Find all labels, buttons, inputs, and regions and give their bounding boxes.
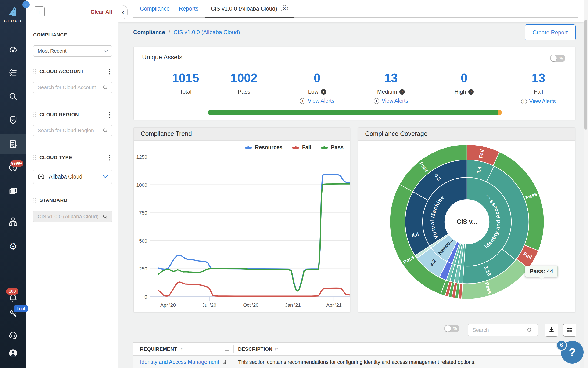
column-header-description[interactable]: DESCRIPTION ↓↑ — [238, 343, 278, 355]
legend-item-fail[interactable]: Fail — [291, 144, 312, 151]
filter-group-compliance: COMPLIANCE — [33, 31, 113, 39]
tab-reports[interactable]: Reports — [179, 0, 198, 17]
filter-section-label: CLOUD REGION — [39, 112, 79, 118]
filter-section-standard: STANDARD — [33, 196, 113, 204]
app-logo[interactable]: CLOUD — [0, 5, 26, 23]
section-menu-icon[interactable]: ⋮ — [106, 68, 113, 75]
close-tab-icon[interactable]: ✕ — [281, 5, 288, 12]
sidebar-item-security-shield[interactable] — [0, 110, 26, 130]
sidebar-item-search[interactable] — [0, 86, 26, 106]
breadcrumb-current[interactable]: CIS v1.0.0 (Alibaba Cloud) — [174, 29, 240, 36]
page-scrollbar[interactable] — [584, 0, 588, 368]
info-icon[interactable]: i — [399, 89, 405, 94]
sidebar-item-settings[interactable]: ⚙ — [0, 236, 26, 256]
section-menu-icon[interactable]: ⋮ — [106, 111, 113, 118]
divider — [26, 192, 118, 192]
tab-bar: Compliance Reports CIS v1.0.0 (Alibaba C… — [118, 0, 584, 22]
drag-handle-icon[interactable] — [33, 155, 36, 160]
sort-order-select[interactable]: Most Recent — [33, 45, 112, 57]
standard-search-input[interactable] — [33, 211, 112, 222]
sidebar-item-compliance[interactable] — [0, 134, 26, 154]
cloud-region-search-input[interactable] — [33, 125, 112, 136]
trial-badge: Trial — [14, 305, 27, 312]
add-filter-button[interactable]: + — [34, 6, 45, 17]
sidebar-item-support[interactable] — [0, 324, 26, 345]
alerts-count-badge: 9999+ — [10, 160, 23, 166]
progress-fail-segment — [498, 110, 502, 115]
sidebar-item-network-topology[interactable] — [0, 212, 26, 232]
drag-handle-icon[interactable] — [33, 69, 36, 74]
info-icon[interactable]: i — [468, 89, 474, 94]
stat-low: 0 Lowi !View Alerts — [284, 71, 350, 104]
results-percent-toggle[interactable]: % — [444, 325, 459, 332]
chevron-down-icon — [103, 175, 108, 178]
info-icon[interactable]: i — [321, 89, 326, 94]
chevron-down-icon — [103, 50, 108, 52]
search-icon — [102, 85, 108, 90]
expand-panel-button[interactable]: › — [22, 1, 30, 8]
alert-circle-icon: ! — [374, 98, 379, 104]
cloud-account-search-input[interactable] — [33, 82, 112, 93]
checklist-icon — [9, 68, 18, 77]
sidebar-item-containers[interactable] — [0, 181, 26, 201]
filter-section-cloud-region: CLOUD REGION ⋮ — [33, 111, 113, 118]
stat-label: Fail — [506, 88, 571, 95]
logo-text: CLOUD — [0, 19, 26, 23]
view-alerts-link[interactable]: !View Alerts — [506, 98, 571, 105]
sort-icon[interactable]: ↓↑ — [179, 347, 182, 352]
divider — [26, 62, 118, 63]
tab-compliance[interactable]: Compliance — [140, 0, 170, 17]
drag-handle-icon[interactable] — [33, 198, 36, 203]
legend-item-resources[interactable]: Resources — [244, 144, 282, 151]
unique-assets-card: Unique Assets % 1015 Total 1002 Pass 0 L… — [133, 46, 575, 120]
scrollbar-thumb[interactable] — [585, 20, 587, 130]
shield-check-icon — [8, 115, 18, 125]
cloud-type-select[interactable]: Alibaba Cloud — [33, 169, 112, 184]
drag-handle-icon[interactable] — [33, 112, 36, 117]
section-menu-icon[interactable]: ⋮ — [106, 154, 113, 161]
cloud-type-value: Alibaba Cloud — [49, 174, 82, 180]
sidebar-item-user[interactable] — [0, 343, 26, 363]
help-notification-badge: 6 — [556, 340, 567, 351]
stat-label: Pass — [211, 88, 277, 95]
filter-section-label: CLOUD TYPE — [39, 155, 72, 160]
toggle-knob — [445, 325, 451, 331]
divider — [26, 24, 118, 24]
sidebar-item-checklist[interactable] — [0, 63, 26, 83]
download-icon — [548, 327, 555, 334]
filter-section-label: CLOUD ACCOUNT — [39, 69, 84, 74]
tab-cis-standard[interactable]: CIS v1.0.0 (Alibaba Cloud) ✕ — [211, 0, 288, 17]
svg-text:0: 0 — [144, 294, 147, 299]
download-button[interactable] — [545, 323, 558, 337]
stat-value: 0 — [284, 71, 350, 85]
legend-item-pass[interactable]: Pass — [320, 144, 343, 151]
sort-icon[interactable]: ↓↑ — [274, 347, 278, 352]
column-header-requirement[interactable]: REQUIREMENT ↓↑ — [140, 343, 182, 355]
divider — [26, 148, 118, 149]
view-alerts-link[interactable]: !View Alerts — [284, 98, 350, 104]
svg-text:Jul '20: Jul '20 — [202, 302, 216, 308]
pass-fail-progress-bar — [208, 110, 502, 115]
dashboard-gauge-icon — [9, 45, 18, 55]
table-columns-button[interactable] — [563, 323, 576, 337]
breadcrumb: Compliance / CIS v1.0.0 (Alibaba Cloud) — [133, 29, 240, 36]
create-report-button[interactable]: Create Report — [525, 24, 576, 40]
svg-text:Jan '21: Jan '21 — [285, 302, 301, 308]
view-alerts-link[interactable]: !View Alerts — [358, 98, 424, 104]
svg-text:1250: 1250 — [136, 154, 147, 160]
progress-pass-segment — [208, 110, 498, 115]
container-icon — [8, 186, 18, 196]
table-header: REQUIREMENT ↓↑ ☰ DESCRIPTION ↓↑ — [133, 342, 579, 356]
column-menu-icon[interactable]: ☰ — [224, 343, 230, 355]
collapse-filters-button[interactable]: ‹ — [118, 5, 128, 19]
requirement-link[interactable]: Identity and Access Management — [140, 356, 227, 368]
stat-value: 13 — [506, 71, 571, 85]
clear-all-filters-link[interactable]: Clear All — [91, 9, 112, 15]
sidebar-item-dashboard[interactable] — [0, 40, 26, 60]
breadcrumb-compliance[interactable]: Compliance — [133, 29, 165, 36]
search-icon — [8, 92, 18, 101]
sidebar: CLOUD 9999+ — [0, 0, 26, 368]
percent-toggle[interactable]: % — [550, 55, 565, 62]
compliance-trend-card: Compliance Trend 025050075010001250Apr '… — [133, 127, 350, 312]
logo-icon — [7, 5, 20, 17]
